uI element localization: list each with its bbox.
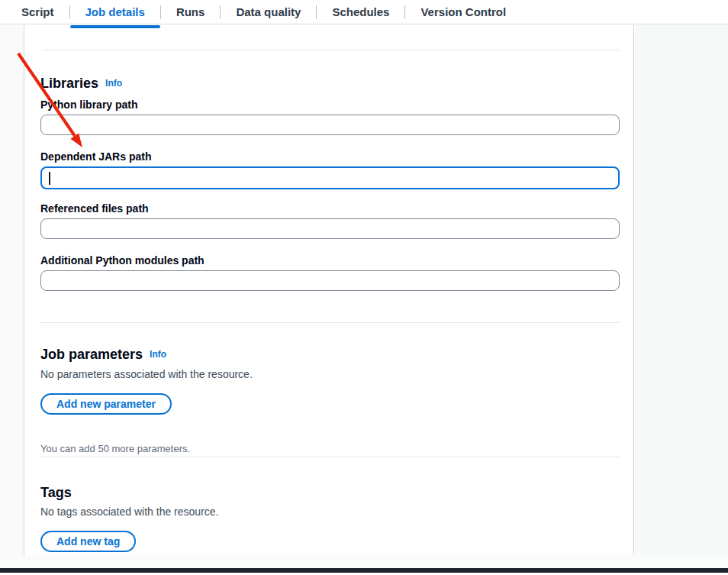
dependent-jars-path-field: Dependent JARs path [40, 150, 620, 189]
libraries-heading-text: Libraries [40, 76, 98, 91]
job-parameters-heading-text: Job parameters [40, 347, 143, 362]
add-new-tag-button[interactable]: Add new tag [40, 531, 136, 552]
dependent-jars-path-input[interactable] [40, 166, 620, 189]
tab-data-quality[interactable]: Data quality [221, 0, 316, 24]
libraries-heading: LibrariesInfo [40, 75, 122, 92]
right-gutter [635, 25, 728, 555]
bottom-gutter [0, 555, 728, 568]
tags-heading-text: Tags [40, 485, 72, 500]
dependent-jars-path-label: Dependent JARs path [40, 150, 620, 163]
additional-python-modules-field: Additional Python modules path [40, 254, 620, 291]
window-bottom-edge [0, 568, 728, 573]
tags-heading: Tags [40, 484, 72, 501]
additional-python-modules-input[interactable] [40, 270, 620, 291]
job-parameters-heading: Job parametersInfo [40, 346, 166, 363]
tab-runs[interactable]: Runs [161, 0, 221, 24]
additional-python-modules-label: Additional Python modules path [40, 254, 620, 267]
section-divider [43, 50, 620, 50]
job-parameters-info-link[interactable]: Info [150, 349, 166, 360]
tab-job-details[interactable]: Job details [70, 0, 160, 24]
parameter-limit-hint: You can add 50 more parameters. [40, 444, 190, 454]
python-library-path-input[interactable] [40, 115, 620, 135]
job-details-panel: LibrariesInfo Python library path Depend… [24, 25, 634, 555]
section-divider [40, 457, 620, 457]
referenced-files-path-label: Referenced files path [40, 202, 620, 215]
tags-empty-message: No tags associated with the resource. [40, 506, 218, 518]
referenced-files-path-field: Referenced files path [40, 202, 620, 239]
left-gutter [0, 25, 24, 555]
tab-version-control[interactable]: Version Control [405, 0, 521, 24]
glue-job-page: Script Job details Runs Data quality Sch… [0, 0, 728, 575]
add-new-parameter-button[interactable]: Add new parameter [40, 393, 172, 415]
section-divider [40, 322, 620, 323]
text-cursor [49, 172, 50, 185]
tab-script[interactable]: Script [6, 0, 69, 24]
job-parameters-empty-message: No parameters associated with the resour… [40, 369, 253, 380]
python-library-path-label: Python library path [40, 99, 620, 111]
job-tab-bar: Script Job details Runs Data quality Sch… [0, 0, 728, 24]
tab-schedules[interactable]: Schedules [317, 0, 404, 24]
libraries-info-link[interactable]: Info [105, 78, 122, 89]
referenced-files-path-input[interactable] [40, 218, 620, 239]
python-library-path-field: Python library path [40, 99, 620, 135]
